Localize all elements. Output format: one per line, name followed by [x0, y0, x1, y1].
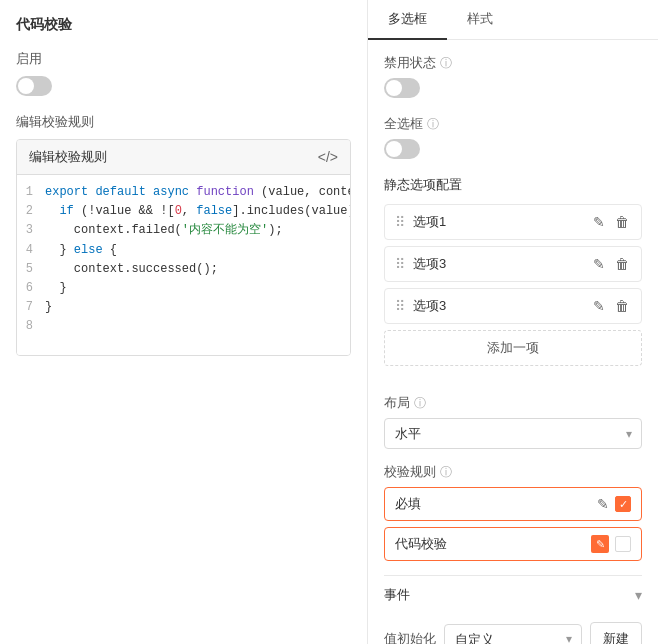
edit-btn-1[interactable]: ✎ [591, 254, 607, 274]
validation-section: 校验规则 ⓘ 必填 ✎ 代码校验 ✎ [384, 463, 642, 561]
code-line-5: 5 context.successed(); [17, 260, 350, 279]
line-content-1: export default async function (value, co… [45, 183, 351, 202]
left-panel: 代码校验 启用 编辑校验规则 编辑校验规则 </> 1 export defau… [0, 0, 368, 644]
init-select-wrap: 自定义 ▾ [444, 624, 582, 645]
delete-btn-1[interactable]: 🗑 [613, 254, 631, 274]
option-item-1: ⠿ 选项3 ✎ 🗑 [384, 246, 642, 282]
drag-icon-0[interactable]: ⠿ [395, 214, 405, 230]
line-num-3: 3 [17, 221, 45, 240]
option-text-2: 选项3 [413, 297, 591, 315]
validation-code: 代码校验 ✎ [384, 527, 642, 561]
code-line-6: 6 } [17, 279, 350, 298]
drag-icon-2[interactable]: ⠿ [395, 298, 405, 314]
code-line-3: 3 context.failed('内容不能为空'); [17, 221, 350, 240]
disabled-label: 禁用状态 ⓘ [384, 54, 642, 72]
line-content-7: } [45, 298, 52, 317]
panel-title: 代码校验 [16, 16, 351, 34]
selectall-label: 全选框 ⓘ [384, 115, 642, 133]
selectall-section: 全选框 ⓘ [384, 115, 642, 162]
enable-label: 启用 [16, 50, 351, 68]
disabled-toggle[interactable] [384, 78, 420, 98]
option-text-0: 选项1 [413, 213, 591, 231]
validation-required-actions: ✎ [597, 496, 631, 512]
option-actions-0: ✎ 🗑 [591, 212, 631, 232]
code-editor-header: 编辑校验规则 </> [17, 140, 350, 175]
option-text-1: 选项3 [413, 255, 591, 273]
editor-label: 编辑校验规则 [16, 113, 351, 131]
code-line-1: 1 export default async function (value, … [17, 183, 350, 202]
edit-btn-2[interactable]: ✎ [591, 296, 607, 316]
event-chevron-icon[interactable]: ▾ [635, 587, 642, 603]
validation-code-actions: ✎ [591, 535, 631, 553]
disabled-section: 禁用状态 ⓘ [384, 54, 642, 101]
layout-select[interactable]: 水平 垂直 [384, 418, 642, 449]
validation-required-text: 必填 [395, 495, 597, 513]
static-options-section: 静态选项配置 ⠿ 选项1 ✎ 🗑 ⠿ 选项3 ✎ 🗑 [384, 176, 642, 380]
layout-select-wrap: 水平 垂直 ▾ [384, 418, 642, 449]
validation-required: 必填 ✎ [384, 487, 642, 521]
disabled-info-icon: ⓘ [440, 55, 452, 72]
add-item-button[interactable]: 添加一项 [384, 330, 642, 366]
enable-toggle[interactable] [16, 76, 52, 96]
line-content-6: } [45, 279, 67, 298]
code-line-4: 4 } else { [17, 241, 350, 260]
code-icon[interactable]: </> [318, 149, 338, 165]
option-item-0: ⠿ 选项1 ✎ 🗑 [384, 204, 642, 240]
edit-btn-0[interactable]: ✎ [591, 212, 607, 232]
code-line-7: 7 } [17, 298, 350, 317]
validation-required-edit[interactable]: ✎ [597, 496, 609, 512]
line-content-5: context.successed(); [45, 260, 218, 279]
right-content: 禁用状态 ⓘ 全选框 ⓘ 静态选项配置 ⠿ 选项1 ✎ 🗑 [368, 40, 658, 644]
code-editor: 编辑校验规则 </> 1 export default async functi… [16, 139, 351, 356]
tab-style[interactable]: 样式 [447, 0, 513, 40]
option-item-2: ⠿ 选项3 ✎ 🗑 [384, 288, 642, 324]
line-num-4: 4 [17, 241, 45, 260]
line-num-2: 2 [17, 202, 45, 221]
tabs-bar: 多选框 样式 [368, 0, 658, 40]
delete-btn-0[interactable]: 🗑 [613, 212, 631, 232]
line-num-5: 5 [17, 260, 45, 279]
layout-label: 布局 ⓘ [384, 394, 642, 412]
option-actions-2: ✎ 🗑 [591, 296, 631, 316]
validation-code-text: 代码校验 [395, 535, 591, 553]
drag-icon-1[interactable]: ⠿ [395, 256, 405, 272]
option-actions-1: ✎ 🗑 [591, 254, 631, 274]
delete-btn-2[interactable]: 🗑 [613, 296, 631, 316]
line-num-6: 6 [17, 279, 45, 298]
static-options-label: 静态选项配置 [384, 176, 642, 194]
event-section: 事件 ▾ 值初始化 自定义 ▾ 新建 [384, 575, 642, 644]
code-line-2: 2 if (!value && ![0, false].includes(val… [17, 202, 350, 221]
line-num-8: 8 [17, 317, 45, 336]
init-label: 值初始化 [384, 630, 436, 644]
init-row: 值初始化 自定义 ▾ 新建 [384, 622, 642, 644]
right-panel: 多选框 样式 禁用状态 ⓘ 全选框 ⓘ 静态选项配置 ⠿ 选项1 [368, 0, 658, 644]
layout-info-icon: ⓘ [414, 395, 426, 412]
selectall-toggle[interactable] [384, 139, 420, 159]
line-content-2: if (!value && ![0, false].includes(value… [45, 202, 351, 221]
line-num-1: 1 [17, 183, 45, 202]
validation-required-checkbox[interactable] [615, 496, 631, 512]
line-content-4: } else { [45, 241, 117, 260]
validation-code-edit-icon[interactable]: ✎ [591, 535, 609, 553]
code-editor-title: 编辑校验规则 [29, 148, 107, 166]
event-header: 事件 ▾ [384, 575, 642, 614]
code-line-8: 8 [17, 317, 350, 336]
layout-section: 布局 ⓘ 水平 垂直 ▾ [384, 394, 642, 449]
line-num-7: 7 [17, 298, 45, 317]
new-button[interactable]: 新建 [590, 622, 642, 644]
enable-section: 启用 [16, 50, 351, 99]
line-content-3: context.failed('内容不能为空'); [45, 221, 283, 240]
selectall-info-icon: ⓘ [427, 116, 439, 133]
code-area[interactable]: 1 export default async function (value, … [17, 175, 350, 355]
validation-label: 校验规则 ⓘ [384, 463, 642, 481]
event-label: 事件 [384, 586, 410, 604]
editor-section: 编辑校验规则 编辑校验规则 </> 1 export default async… [16, 113, 351, 356]
validation-code-checkbox[interactable] [615, 536, 631, 552]
init-select[interactable]: 自定义 [444, 624, 582, 645]
validation-info-icon: ⓘ [440, 464, 452, 481]
tab-multiselect[interactable]: 多选框 [368, 0, 447, 40]
